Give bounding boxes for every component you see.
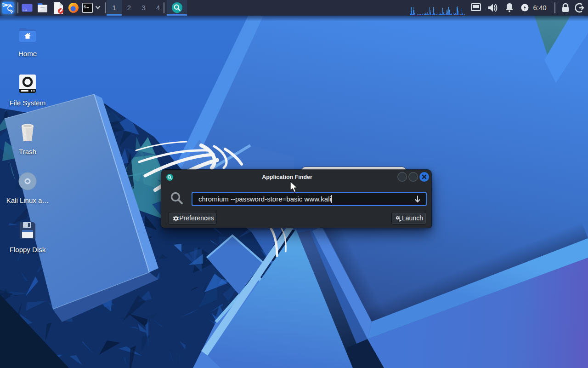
svg-text:$: $	[84, 5, 86, 10]
